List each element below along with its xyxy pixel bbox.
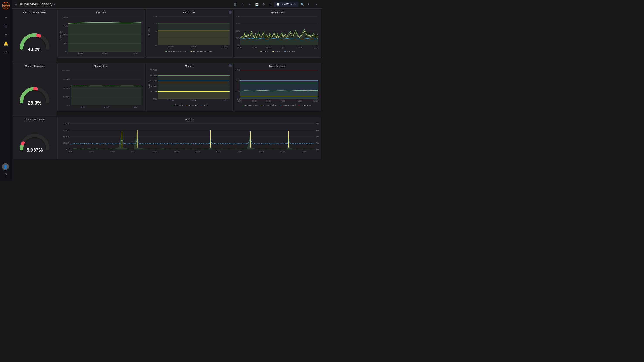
svg-text:19 GiB: 19 GiB [236, 79, 240, 82]
idle-cpu-chart: 100% 75% 50% 25% 0% 00:00 08:00 16:00 [59, 14, 143, 55]
svg-text:9 GiB: 9 GiB [236, 90, 240, 92]
svg-text:50 ms: 50 ms [316, 129, 319, 131]
svg-text:cpu usage: cpu usage [60, 31, 62, 40]
help-icon[interactable]: ? [2, 171, 10, 179]
memory-usage-chart: 28 GiB 19 GiB 9 GiB 0 B 20:00 00:00 04:0… [236, 68, 319, 103]
svg-rect-9 [234, 4, 236, 6]
legend-color-mem-buffers [261, 105, 263, 105]
svg-text:15: 15 [154, 15, 157, 18]
svg-text:08:00: 08:00 [280, 46, 285, 48]
svg-text:0%: 0% [64, 51, 68, 53]
legend-color-allocatable [166, 51, 167, 52]
gauge-disk-space: 5.937% [13, 121, 56, 156]
svg-text:12:00: 12:00 [298, 46, 302, 48]
svg-point-6 [5, 5, 6, 6]
legend-color-mem-cached [280, 105, 281, 105]
panel-title-memory-free: Memory Free [58, 63, 144, 68]
svg-text:00:00: 00:00 [80, 106, 86, 108]
topbar-actions: + ☆ ↗ 💾 ⚙ 🖥 🕐 Last 24 hours 🔍 ↻ ▾ [232, 1, 320, 7]
time-range-picker[interactable]: 🕐 Last 24 hours [274, 2, 298, 7]
svg-text:00:00: 00:00 [168, 99, 174, 101]
legend-load5m: load 5m [272, 50, 282, 53]
panel-idle-cpu: Idle CPU 100% 75% 50% [57, 9, 145, 57]
cpu-cores-chart: 15 10 5 0 00:00 08:00 16:00 [148, 14, 231, 49]
svg-text:1.4 MiB: 1.4 MiB [63, 129, 69, 131]
panel-title-memory-usage: Memory Usage [234, 63, 321, 68]
add-panel-button[interactable]: + [232, 1, 239, 7]
tv-button[interactable]: 🖥 [268, 1, 274, 7]
row-3: Disk Space Usage 5.937% [13, 117, 321, 159]
legend-mem-usage: memory usage [243, 104, 258, 106]
legend-allocatable-cpu: Allocatable CPU Cores [166, 50, 188, 53]
legend-limit-mem: Limit [200, 104, 207, 106]
grafana-logo-icon[interactable] [2, 2, 10, 9]
panel-memory-requests: Memory Requests 28.3% [13, 63, 56, 116]
svg-rect-7 [234, 3, 236, 4]
gauge-memory-requests: 28.3% [13, 68, 56, 116]
refresh-button[interactable]: ↻ [306, 1, 312, 7]
panel-memory-usage: Memory Usage 28 GiB 19 GiB 9 GiB 0 B 20:… [234, 63, 321, 111]
star-button[interactable]: ☆ [240, 1, 246, 7]
svg-text:00:00: 00:00 [252, 46, 257, 48]
svg-marker-133 [70, 130, 314, 149]
search-button[interactable]: 🔍 [299, 1, 306, 7]
legend-load1m: load 1m [260, 50, 270, 53]
sidebar-item-settings[interactable]: ⚙ [2, 48, 10, 56]
svg-text:75.00%: 75.00% [63, 78, 70, 81]
svg-text:40 ms: 40 ms [316, 135, 319, 138]
user-avatar[interactable]: 👤 [2, 163, 9, 170]
svg-text:16:00: 16:00 [302, 151, 306, 153]
svg-marker-39 [158, 31, 230, 45]
sidebar-item-add[interactable]: ＋ [2, 13, 10, 21]
gauge-value-mem: 28.3% [28, 100, 42, 106]
dashboard-title: Kubernetes Capacity ▾ [20, 2, 55, 6]
sidebar-item-explore[interactable]: ✦ [2, 31, 10, 39]
svg-text:0: 0 [156, 44, 157, 46]
svg-text:08:00: 08:00 [216, 151, 221, 153]
legend-color-limit-mem [200, 105, 202, 105]
gauge-container-disk: 5.937% [17, 126, 52, 152]
svg-text:20 ms: 20 ms [316, 148, 319, 150]
legend-mem-free: memory free [298, 104, 312, 106]
panel-title-disk-space: Disk Space Usage [13, 117, 56, 121]
svg-text:200%: 200% [236, 37, 240, 39]
svg-text:10:00: 10:00 [238, 151, 242, 153]
svg-text:00:00: 00:00 [168, 46, 174, 48]
svg-text:60 ms: 60 ms [316, 123, 319, 125]
dashboard-grid: CPU Cores Requests [12, 9, 322, 181]
share-button[interactable]: ↗ [246, 1, 253, 7]
svg-text:12:00: 12:00 [259, 151, 264, 153]
panel-title-memory-requests: Memory Requests [13, 63, 56, 68]
legend-requested-cpu: Requested CPU Cores [190, 50, 213, 53]
svg-text:9 GiB: 9 GiB [151, 85, 157, 87]
legend-mem-buffers: memory buffers [261, 104, 277, 106]
sidebar-item-alerting[interactable]: 🔔 [2, 40, 10, 47]
svg-text:14 GiB: 14 GiB [150, 80, 157, 82]
svg-text:00:00: 00:00 [252, 100, 257, 102]
svg-marker-71 [71, 86, 142, 105]
svg-text:Memory: Memory [148, 81, 150, 88]
panel-title-disk-io: Disk I/O [58, 117, 321, 121]
legend-requested-mem: Requested [186, 104, 198, 106]
svg-text:00:00: 00:00 [132, 151, 136, 153]
save-button[interactable]: 💾 [254, 1, 260, 7]
sidebar-item-dashboard[interactable]: ⊞ [2, 22, 10, 30]
svg-text:23 GiB: 23 GiB [150, 69, 157, 71]
legend-mem-cached: memory cached [280, 104, 296, 106]
main-content: ⊞ Kubernetes Capacity ▾ + ☆ ↗ 💾 ⚙ 🖥 🕐 La… [12, 0, 322, 181]
refresh-dropdown[interactable]: ▾ [313, 1, 320, 7]
svg-text:16:00: 16:00 [132, 52, 138, 55]
gauge-value-cpu: 43.2% [28, 47, 42, 52]
settings-button[interactable]: ⚙ [260, 1, 267, 7]
legend-load15m: load 15m [284, 50, 295, 53]
legend-color-req-mem [186, 105, 188, 105]
legend-color-alloc-mem [171, 105, 173, 105]
svg-text:08:00: 08:00 [102, 52, 108, 55]
svg-text:28 GiB: 28 GiB [236, 69, 240, 71]
svg-text:16:00: 16:00 [314, 46, 318, 48]
svg-text:800%: 800% [236, 15, 240, 18]
legend-allocatable-mem: Allocatable [171, 104, 183, 106]
title-dropdown-icon[interactable]: ▾ [54, 3, 55, 6]
svg-text:CPU Cores: CPU Cores [148, 26, 150, 36]
svg-text:100%: 100% [62, 16, 68, 18]
